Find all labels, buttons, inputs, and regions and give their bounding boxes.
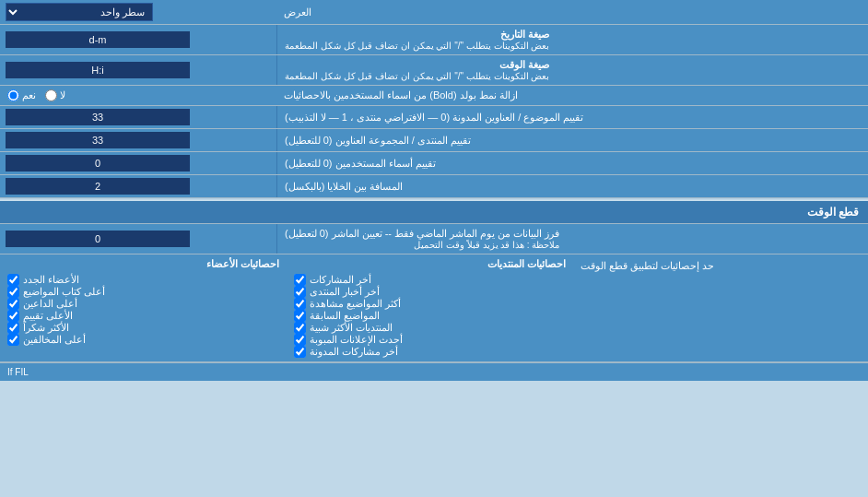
checkbox-item: أعلى كتاب المواضيع [7,286,279,298]
checkbox-item: أكثر المواضيع مشاهدة [294,298,566,310]
subject-sort-row: تقييم الموضوع / العناوين المدونة (0 — ال… [0,106,868,129]
checkbox-item: المواضيع السابقة [294,310,566,322]
bold-input-cell: لا نعم [0,86,276,105]
col1-header: احصائيات المنتديات [294,258,566,270]
checkbox-input[interactable] [294,346,306,358]
checkbox-item: أخر المشاركات [294,274,566,286]
stats-section: حد إحصائيات لتطبيق قطع الوقت احصائيات ال… [0,254,868,362]
footer-text: If FIL [7,367,29,377]
bold-no-option[interactable]: لا [45,89,65,101]
checkbox-input[interactable] [294,322,306,334]
time-cut-input-cell [0,224,276,254]
time-cut-label: فرز البيانات من يوم الماشر الماضي فقط --… [276,224,868,254]
display-dropdown[interactable]: سطر واحد سطرين ثلاثة أسطر [6,3,153,21]
time-cut-input[interactable] [6,231,190,247]
checkbox-input[interactable] [7,298,19,310]
username-sort-label: تقييم أسماء المستخدمين (0 للتعطيل) [276,152,868,174]
checkbox-input[interactable] [294,334,306,346]
checkbox-item: أعلى المخالفين [7,334,279,346]
checkbox-item: الأعلى تقييم [7,310,279,322]
date-format-row: صيغة التاريخ بعض التكوينات يتطلب "/" الت… [0,25,868,55]
checkbox-input[interactable] [294,286,306,298]
time-cut-row: فرز البيانات من يوم الماشر الماضي فقط --… [0,224,868,254]
bold-yes-radio[interactable] [7,89,19,101]
checkbox-item: أعلى الداعين [7,298,279,310]
bold-no-radio[interactable] [45,89,57,101]
footer: If FIL [0,362,868,381]
checkbox-input[interactable] [7,310,19,322]
gap-input-cell [0,175,276,197]
checkbox-col2: احصائيات الأعضاء الأعضاء الجدد أعلى كتاب… [0,254,287,361]
subject-sort-input[interactable] [6,109,190,125]
checkbox-input[interactable] [7,274,19,286]
time-format-input-cell [0,55,276,85]
display-row: العرض سطر واحد سطرين ثلاثة أسطر [0,0,868,25]
checkbox-item: أحدث الإعلانات المبوبة [294,334,566,346]
time-format-input[interactable] [6,62,190,78]
checkbox-input[interactable] [294,274,306,286]
checkbox-input[interactable] [7,286,19,298]
checkbox-col1: احصائيات المنتديات أخر المشاركات أخر أخب… [287,254,573,361]
gap-row: المسافة بين الخلايا (بالبكسل) [0,175,868,198]
display-input-cell: سطر واحد سطرين ثلاثة أسطر [0,0,276,24]
username-sort-row: تقييم أسماء المستخدمين (0 للتعطيل) [0,152,868,175]
time-cut-header: قطع الوقت [0,201,868,224]
forum-sort-input[interactable] [6,132,190,148]
forum-sort-input-cell [0,129,276,151]
checkbox-item: الأعضاء الجدد [7,274,279,286]
date-format-label: صيغة التاريخ بعض التكوينات يتطلب "/" الت… [276,25,868,54]
bold-yes-option[interactable]: نعم [7,89,36,101]
col2-header: احصائيات الأعضاء [7,258,279,270]
main-container: العرض سطر واحد سطرين ثلاثة أسطر صيغة الت… [0,0,868,381]
checkboxes-container: احصائيات المنتديات أخر المشاركات أخر أخب… [0,254,573,361]
checkbox-item: أخر أخبار المنتدى [294,286,566,298]
checkbox-input[interactable] [7,322,19,334]
gap-label: المسافة بين الخلايا (بالبكسل) [276,175,868,197]
checkbox-input[interactable] [7,334,19,346]
date-format-input[interactable] [6,31,190,48]
time-format-label: صيغة الوقت بعض التكوينات يتطلب "/" التي … [276,55,868,85]
display-label: العرض [276,0,868,24]
time-format-row: صيغة الوقت بعض التكوينات يتطلب "/" التي … [0,55,868,86]
subject-sort-input-cell [0,106,276,128]
date-format-input-cell [0,25,276,54]
checkbox-input[interactable] [294,298,306,310]
forum-sort-row: تقييم المنتدى / المجموعة العناوين (0 للت… [0,129,868,152]
bold-label: ازالة نمط بولد (Bold) من اسماء المستخدمي… [276,86,868,105]
stats-limit-label: حد إحصائيات لتطبيق قطع الوقت [573,254,868,361]
checkbox-item: أخر مشاركات المدونة [294,346,566,358]
forum-sort-label: تقييم المنتدى / المجموعة العناوين (0 للت… [276,129,868,151]
checkbox-input[interactable] [294,310,306,322]
subject-sort-label: تقييم الموضوع / العناوين المدونة (0 — ال… [276,106,868,128]
username-sort-input-cell [0,152,276,174]
checkbox-item: المنتديات الأكثر شبية [294,322,566,334]
bold-row: ازالة نمط بولد (Bold) من اسماء المستخدمي… [0,86,868,106]
gap-input[interactable] [6,178,190,195]
checkbox-item: الأكثر شكراً [7,322,279,334]
username-sort-input[interactable] [6,155,190,172]
